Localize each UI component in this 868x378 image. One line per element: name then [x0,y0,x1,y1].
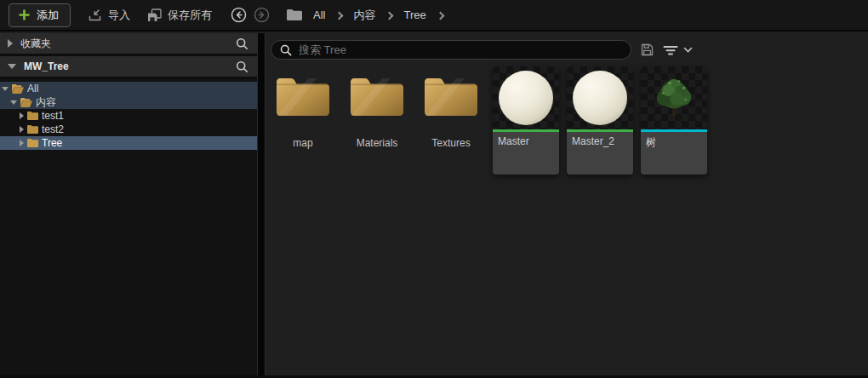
folder-tree: All 内容 test1 test2 [0,79,257,150]
breadcrumb-folder-icon [287,9,302,20]
asset-name: Master [493,132,559,175]
open-folder-icon [20,98,32,107]
tree-item-label: test1 [42,110,64,122]
expand-arrow-icon[interactable] [8,64,16,69]
tree-icon [648,72,700,124]
collapse-arrow-icon[interactable] [20,126,24,133]
asset-name: Master_2 [567,132,633,175]
closed-folder-icon [27,139,38,147]
panel-splitter[interactable] [257,33,266,378]
folder-name: Materials [357,137,398,149]
save-all-label: 保存所有 [168,8,212,23]
folder-tile-materials[interactable]: Materials [345,66,409,149]
asset-grid: map Materials [266,66,868,175]
save-all-icon [147,9,162,22]
material-sphere [499,71,553,125]
tree-item-test2[interactable]: test2 [0,123,257,136]
favorites-label: 收藏夹 [20,37,228,51]
tree-item-label: test2 [42,123,64,135]
tree-item-all[interactable]: All [0,82,257,95]
tree-item-content[interactable]: 内容 [0,95,257,109]
unreal-content-browser: 添加 导入 保存所有 [0,0,868,378]
big-folder-icon [350,77,404,117]
breadcrumb: All 内容 Tree [287,8,443,23]
material-sphere-thumbnail [493,66,559,129]
asset-tile-master[interactable]: Master [493,66,559,175]
asset-name: 树 [641,132,707,175]
back-button[interactable] [231,7,247,23]
filter-icon [663,45,678,55]
import-button[interactable]: 导入 [88,8,130,23]
breadcrumb-separator-icon [385,11,394,20]
history-nav [231,7,270,23]
breadcrumb-item-content[interactable]: 内容 [353,8,375,23]
tree-item-test1[interactable]: test1 [0,109,257,123]
collapse-arrow-icon[interactable] [20,112,24,119]
asset-search-input[interactable] [299,43,622,56]
breadcrumb-item-tree[interactable]: Tree [403,9,425,21]
collapse-arrow-icon[interactable] [8,39,13,48]
filter-button[interactable] [663,45,693,55]
big-folder-icon [276,77,330,117]
material-sphere [573,71,627,125]
search-icon [280,44,292,56]
collection-label: MW_Tree [24,60,228,72]
tree-item-label: 内容 [36,95,56,110]
collapse-arrow-icon[interactable] [20,140,24,146]
breadcrumb-expand-chevron-icon[interactable] [436,11,444,20]
tree-item-label: Tree [42,137,62,149]
asset-view-panel: map Materials [266,33,868,378]
expand-arrow-icon[interactable] [10,100,17,105]
import-icon [88,9,102,22]
folder-tile-map[interactable]: map [271,66,335,149]
plus-icon [18,9,31,21]
open-folder-icon [12,84,24,94]
tree-item-label: All [27,83,38,94]
folder-name: Textures [431,137,470,149]
closed-folder-icon [27,112,38,120]
asset-view-header [266,33,868,66]
expand-arrow-icon[interactable] [2,87,9,91]
collection-header[interactable]: MW_Tree [0,56,257,79]
folder-tile-textures[interactable]: Textures [419,66,483,149]
collection-search-icon[interactable] [236,60,248,73]
save-all-button[interactable]: 保存所有 [147,8,212,23]
tree-mesh-thumbnail [641,66,707,129]
save-search-icon[interactable] [641,43,654,56]
asset-tile-master-2[interactable]: Master_2 [567,66,633,175]
folder-name: map [293,137,312,149]
favorites-header[interactable]: 收藏夹 [0,33,257,56]
tree-item-tree[interactable]: Tree [0,136,257,150]
favorites-search-icon[interactable] [236,37,248,50]
forward-button[interactable] [254,7,270,23]
chevron-down-icon [683,47,693,53]
import-label: 导入 [108,8,130,23]
material-sphere-thumbnail [567,66,633,129]
closed-folder-icon [27,125,38,134]
sources-panel: 收藏夹 MW_Tree All [0,33,257,378]
toolbar: 添加 导入 保存所有 [0,0,868,32]
asset-tile-tree-mesh[interactable]: 树 [641,66,707,175]
add-button-label: 添加 [37,8,59,23]
breadcrumb-item-all[interactable]: All [313,9,325,21]
big-folder-icon [424,77,478,117]
add-button[interactable]: 添加 [9,3,71,27]
breadcrumb-separator-icon [335,11,344,20]
asset-search[interactable] [271,40,631,60]
